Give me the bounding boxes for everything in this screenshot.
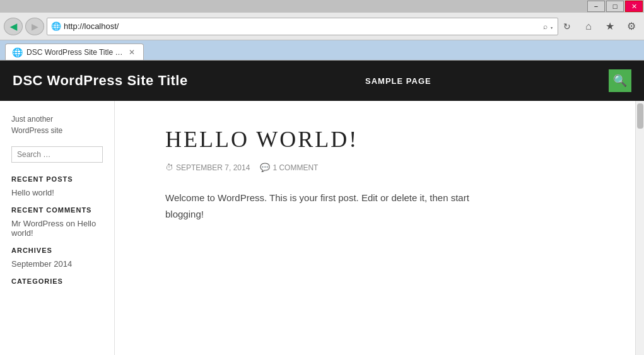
wp-content: HELLO WORLD! ⏱ SEPTEMBER 7, 2014 💬 1 COM… <box>115 101 635 355</box>
recent-comment-item: Mr WordPress on Hello world! <box>11 219 103 238</box>
recent-post-hello-world[interactable]: Hello world! <box>11 188 103 197</box>
back-button[interactable]: ◀ <box>4 18 23 35</box>
post-date: ⏱ SEPTEMBER 7, 2014 <box>165 163 250 172</box>
comment-author[interactable]: Mr WordPress <box>11 219 64 228</box>
toolbar-icons: ⌂ ★ ⚙ <box>580 18 640 35</box>
address-bar: 🌐 ⌕ ▾ <box>47 18 558 35</box>
browser-tab[interactable]: 🌐 DSC WordPress Site Title | J... ✕ <box>5 44 144 60</box>
address-search-button[interactable]: ⌕ ▾ <box>543 22 554 31</box>
sidebar-search-box[interactable] <box>11 146 103 163</box>
post-comments-text: 1 COMMENT <box>272 163 318 172</box>
archives-heading: ARCHIVES <box>11 247 103 254</box>
tab-close-icon[interactable]: ✕ <box>127 47 137 57</box>
wp-site: DSC WordPress Site Title SAMPLE PAGE 🔍 J… <box>0 61 644 355</box>
scrollbar-thumb[interactable] <box>637 103 643 129</box>
sidebar-search-input[interactable] <box>12 147 115 162</box>
address-input[interactable] <box>64 21 541 31</box>
tagline-line2: WordPress site <box>11 126 62 135</box>
home-button[interactable]: ⌂ <box>580 18 597 35</box>
site-title: DSC WordPress Site Title <box>13 73 188 89</box>
sample-page-nav-item[interactable]: SAMPLE PAGE <box>356 71 440 91</box>
browser-toolbar: ◀ ▶ 🌐 ⌕ ▾ ↻ ⌂ ★ ⚙ <box>0 13 644 40</box>
comment-on-text: on <box>66 219 77 228</box>
post-comments[interactable]: 💬 1 COMMENT <box>260 163 318 172</box>
tab-title: DSC WordPress Site Title | J... <box>26 48 123 57</box>
wp-sidebar: Just another WordPress site RECENT POSTS… <box>0 101 115 355</box>
tab-bar: 🌐 DSC WordPress Site Title | J... ✕ <box>0 40 644 61</box>
reload-button[interactable]: ↻ <box>561 21 573 32</box>
restore-button[interactable]: □ <box>606 1 624 12</box>
browser-titlebar: − □ ✕ <box>0 0 644 13</box>
site-tagline: Just another WordPress site <box>11 113 103 136</box>
post-title: HELLO WORLD! <box>165 126 604 153</box>
site-search-icon: 🔍 <box>613 74 627 88</box>
archive-sept-2014[interactable]: September 2014 <box>11 259 103 269</box>
recent-comments-heading: RECENT COMMENTS <box>11 206 103 214</box>
tab-favicon-icon: 🌐 <box>12 47 23 57</box>
post-meta: ⏱ SEPTEMBER 7, 2014 💬 1 COMMENT <box>165 163 604 172</box>
page-scrollbar[interactable] <box>635 101 644 355</box>
settings-button[interactable]: ⚙ <box>623 18 640 35</box>
post-body: Welcome to WordPress. This is your first… <box>165 190 493 222</box>
address-security-icon: 🌐 <box>51 21 61 31</box>
wp-main: Just another WordPress site RECENT POSTS… <box>0 101 644 355</box>
tagline-line1: Just another <box>11 115 53 124</box>
site-header: DSC WordPress Site Title SAMPLE PAGE 🔍 <box>0 61 644 101</box>
recent-posts-heading: RECENT POSTS <box>11 175 103 183</box>
date-icon: ⏱ <box>165 163 173 172</box>
categories-heading: CATEGORIES <box>11 277 103 285</box>
comment-icon: 💬 <box>260 163 270 172</box>
forward-button[interactable]: ▶ <box>25 18 44 35</box>
post-date-text: SEPTEMBER 7, 2014 <box>176 163 250 172</box>
close-button[interactable]: ✕ <box>625 1 643 12</box>
site-nav: SAMPLE PAGE <box>356 71 440 91</box>
favorites-button[interactable]: ★ <box>601 18 619 35</box>
minimize-button[interactable]: − <box>587 1 605 12</box>
site-search-button[interactable]: 🔍 <box>609 69 631 92</box>
